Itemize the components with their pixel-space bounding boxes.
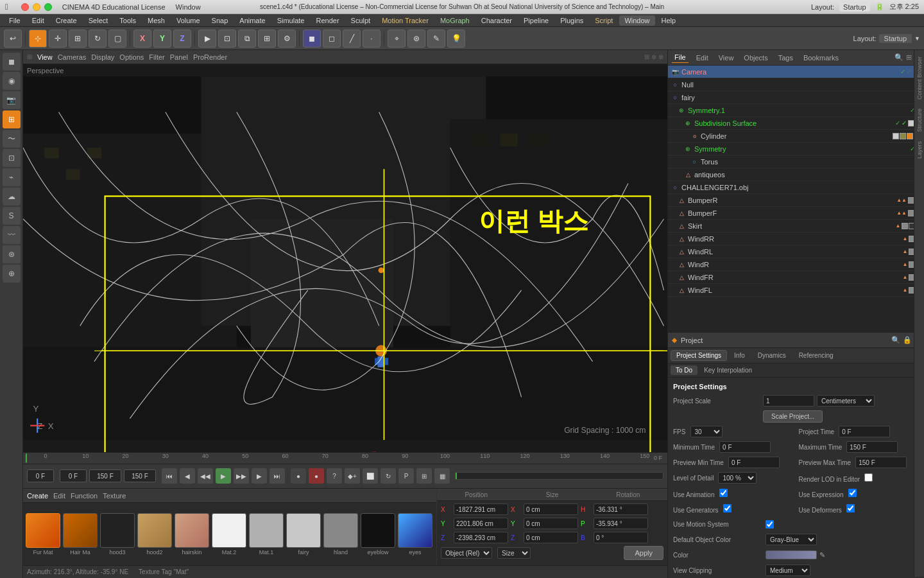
obj-row-subdivision[interactable]: ⊕ Subdivision Surface ✓ ✓ — [668, 117, 924, 130]
obj-row-windrr[interactable]: △ WindRR ▲ ≡ ● — [668, 232, 924, 245]
menu-file[interactable]: File — [4, 15, 26, 26]
window-menu[interactable]: Window — [176, 3, 201, 11]
scale-project-button[interactable]: Scale Project... — [763, 410, 823, 423]
render-settings-button[interactable]: ⚙ — [278, 30, 296, 48]
viewport-tab-panel[interactable]: Panel — [170, 53, 188, 61]
layers-tab[interactable]: Layers — [915, 137, 924, 162]
minimize-button[interactable] — [33, 3, 40, 11]
obj-tab-tags[interactable]: Tags — [776, 53, 796, 63]
play-button[interactable]: ▶ — [216, 468, 231, 484]
pos-z-input[interactable] — [454, 532, 508, 543]
material-hair-mat[interactable]: Hair Ma — [63, 513, 98, 556]
structure-tab[interactable]: Structure — [915, 105, 924, 136]
material-mat1[interactable]: Mat.1 — [249, 513, 284, 556]
max-time-input[interactable] — [846, 441, 898, 453]
obj-row-windfl[interactable]: △ WindFL ▲ ≡ ● — [668, 284, 924, 297]
tool-fields[interactable]: ⊕ — [3, 265, 21, 283]
tool-hair[interactable]: 〰 — [3, 226, 21, 244]
attr-subtab-keyinterp[interactable]: Key Interpolation — [699, 365, 757, 375]
apply-button[interactable]: Apply — [624, 546, 663, 560]
tool-scene[interactable]: ☁ — [3, 188, 21, 206]
go-end-button[interactable]: ⏭ — [270, 468, 285, 484]
size-y-input[interactable] — [524, 518, 578, 529]
bodypaint-btn[interactable]: ✎ — [427, 30, 445, 48]
pos-y-input[interactable] — [454, 518, 508, 529]
select2-tool-button[interactable]: ▢ — [108, 30, 126, 48]
motion-key-button[interactable]: ↻ — [381, 468, 396, 484]
light-btn[interactable]: 💡 — [447, 30, 465, 48]
preview-frame-input[interactable] — [124, 469, 156, 482]
menu-sculpt[interactable]: Sculpt — [346, 15, 376, 26]
material-hairskin[interactable]: hairskin — [175, 513, 209, 556]
tool-deform[interactable]: ⌁ — [3, 168, 21, 186]
attr-tab-info[interactable]: Info — [728, 350, 751, 361]
material-hood2[interactable]: hood2 — [137, 513, 172, 556]
view-clipping-select[interactable]: Medium Small Large — [766, 565, 810, 576]
viewport-tab-options[interactable]: Options — [119, 53, 144, 61]
z-axis-button[interactable]: Z — [173, 30, 191, 48]
fps-select[interactable]: 30 24 60 — [690, 426, 723, 437]
obj-row-windrl[interactable]: △ WindRL ▲ ≡ ● — [668, 245, 924, 258]
motion-clip-btn[interactable]: ▦ — [434, 468, 450, 484]
tool-nurbs[interactable]: ⊡ — [3, 149, 21, 167]
next-frame-button[interactable]: ▶ — [252, 468, 267, 484]
viewport-canvas[interactable]: 이런 박스 Z X Y Grid Spacing : 1000 cm Persp… — [23, 64, 667, 452]
obj-tab-bookmarks[interactable]: Bookmarks — [801, 53, 841, 63]
record-button[interactable]: ● — [291, 468, 306, 484]
tool-camera-obj[interactable]: 📷 — [3, 91, 21, 109]
size-mode-select[interactable]: Size Scale — [497, 547, 531, 559]
attr-tab-project-settings[interactable]: Project Settings — [671, 350, 727, 361]
obj-row-torus[interactable]: ○ Torus — [668, 155, 924, 168]
material-fur-mat[interactable]: Fur Mat — [26, 513, 60, 556]
viewport-tab-prorender[interactable]: ProRender — [193, 53, 227, 61]
material-hood3[interactable]: hood3 — [100, 513, 135, 556]
menu-edit[interactable]: Edit — [27, 15, 49, 26]
rotate-tool-button[interactable]: ↻ — [89, 30, 107, 48]
preview-min-input[interactable] — [728, 457, 780, 468]
color-swatch[interactable] — [766, 550, 817, 559]
attr-subtab-todo[interactable]: To Do — [671, 365, 697, 375]
key-button[interactable]: ? — [327, 468, 342, 484]
pos-x-input[interactable] — [454, 504, 508, 515]
traffic-lights[interactable] — [21, 3, 52, 11]
rot-p-input[interactable] — [594, 518, 648, 529]
rot-h-input[interactable] — [594, 504, 648, 515]
menu-tools[interactable]: Tools — [114, 15, 141, 26]
menu-animate[interactable]: Animate — [234, 15, 270, 26]
content-browser-tab[interactable]: Content Browser — [915, 53, 924, 103]
remove-key-button[interactable]: ⬜ — [363, 468, 378, 484]
play-fwd-button[interactable]: ▶▶ — [234, 468, 249, 484]
render-lod-checkbox[interactable] — [864, 473, 873, 482]
power-key-button[interactable]: P — [398, 468, 414, 484]
coord-system-select[interactable]: Object (Rel) World — [441, 547, 492, 559]
tool-mograph[interactable]: ⊛ — [3, 245, 21, 263]
menu-character[interactable]: Character — [476, 15, 517, 26]
preview-max-input[interactable] — [855, 457, 907, 468]
menu-mograph[interactable]: MoGraph — [435, 15, 475, 26]
start-frame-input[interactable] — [60, 469, 87, 482]
obj-row-fairy[interactable]: ○ fairy — [668, 91, 924, 104]
viewport-tab-view[interactable]: View — [37, 53, 53, 61]
use-def-checkbox[interactable] — [846, 504, 855, 512]
use-gen-checkbox[interactable] — [723, 504, 732, 512]
rot-b-input[interactable] — [594, 532, 648, 543]
viewport-tab-filter[interactable]: Filter — [149, 53, 164, 61]
material-eyeblow[interactable]: eyeblow — [361, 513, 395, 556]
obj-tab-view[interactable]: View — [716, 53, 737, 63]
use-motion-checkbox[interactable] — [766, 520, 774, 529]
timeline-bar[interactable] — [455, 472, 663, 480]
mat-tab-texture[interactable]: Texture — [103, 492, 126, 500]
menu-plugins[interactable]: Plugins — [555, 15, 588, 26]
maximize-button[interactable] — [44, 3, 52, 11]
use-expr-checkbox[interactable] — [848, 489, 857, 497]
attr-search-icon[interactable]: 🔍 — [891, 336, 900, 344]
x-axis-button[interactable]: X — [133, 30, 151, 48]
close-button[interactable] — [21, 3, 29, 11]
obj-row-antiqueos[interactable]: △ antiqueos — [668, 168, 924, 181]
attr-tab-dynamics[interactable]: Dynamics — [752, 350, 792, 361]
menu-render[interactable]: Render — [311, 15, 344, 26]
tool-light[interactable]: ◉ — [3, 72, 21, 90]
obj-settings-icon[interactable]: ⊞ — [906, 53, 912, 62]
render-region-button[interactable]: ⊡ — [218, 30, 236, 48]
obj-search-icon[interactable]: 🔍 — [894, 53, 903, 62]
